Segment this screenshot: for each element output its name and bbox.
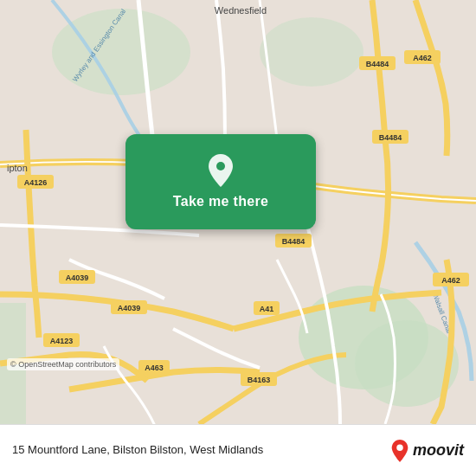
bottom-bar: 15 Mountford Lane, Bilston Bilston, West…	[0, 424, 476, 476]
svg-text:B4484: B4484	[282, 237, 306, 246]
svg-text:A4039: A4039	[66, 273, 89, 282]
osm-attribution: © OpenStreetMap contributors	[7, 358, 119, 370]
svg-text:A462: A462	[413, 54, 432, 62]
svg-text:A463: A463	[145, 363, 164, 372]
svg-point-36	[216, 162, 225, 170]
svg-point-5	[260, 17, 363, 87]
svg-text:A462: A462	[441, 276, 460, 285]
take-me-there-button[interactable]: Take me there	[125, 134, 316, 229]
svg-text:B4484: B4484	[366, 60, 389, 68]
svg-text:ipton: ipton	[7, 163, 28, 173]
address-text: 15 Mountford Lane, Bilston Bilston, West…	[12, 442, 382, 458]
svg-text:B4163: B4163	[248, 376, 271, 384]
svg-text:A41: A41	[260, 305, 274, 313]
svg-text:B4484: B4484	[379, 133, 402, 142]
svg-point-37	[396, 444, 402, 450]
map-container: Wyrley and Essington Canal Walsall Canal	[0, 0, 476, 424]
svg-text:Wednesfield: Wednesfield	[215, 5, 267, 16]
moovit-logo: moovit	[390, 440, 464, 462]
moovit-pin-icon	[390, 440, 409, 462]
svg-text:A4039: A4039	[118, 304, 141, 312]
svg-text:A4123: A4123	[50, 337, 74, 345]
location-pin-icon	[207, 154, 235, 187]
moovit-brand-text: moovit	[413, 441, 464, 460]
take-me-there-label: Take me there	[173, 194, 268, 209]
svg-text:A4126: A4126	[24, 178, 48, 187]
svg-point-4	[52, 9, 190, 95]
